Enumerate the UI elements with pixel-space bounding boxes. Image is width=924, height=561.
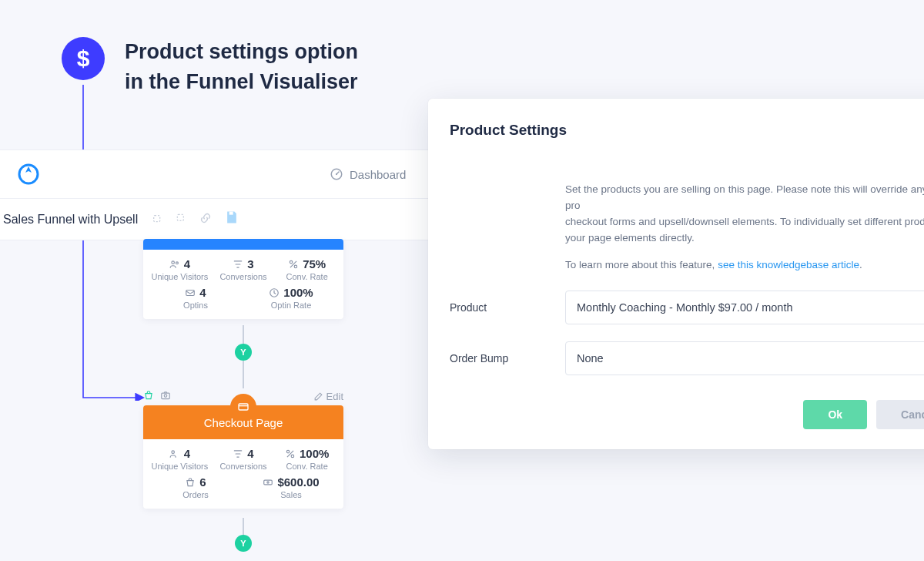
edit-icon: [313, 391, 323, 401]
page-title-line1: Product settings option: [125, 37, 358, 67]
svg-point-15: [172, 450, 175, 453]
cancel-button[interactable]: Cancel: [876, 400, 924, 429]
funnel-step-checkout[interactable]: Edit Checkout Page 4 Unique Visitors 4: [143, 405, 343, 509]
page-title-line2: in the Funnel Visualiser: [125, 67, 358, 97]
filter-icon: [233, 259, 243, 270]
optin-stats-row1: 4 Unique Visitors 3 Conversions 75% Conv…: [143, 250, 343, 286]
brand-logo-icon[interactable]: [17, 163, 40, 186]
cash-icon: [263, 477, 273, 488]
order-bump-select[interactable]: None: [565, 341, 924, 375]
users-icon: [169, 448, 180, 459]
filter-icon: [233, 448, 243, 459]
stat-orders: 6 Orders: [148, 475, 243, 499]
checkout-stats-row1: 4 Unique Visitors 4 Conversions 100% Con…: [143, 439, 343, 475]
stat-conversions: 4 Conversions: [212, 447, 276, 471]
funnel-canvas: 4 Unique Visitors 3 Conversions 75% Conv…: [0, 240, 431, 561]
edit-button[interactable]: Edit: [313, 391, 343, 402]
svg-point-9: [294, 265, 297, 268]
svg-rect-5: [229, 212, 233, 215]
stat-unique-visitors: 4 Unique Visitors: [148, 257, 212, 281]
svg-rect-18: [264, 480, 273, 485]
product-label: Product: [450, 301, 565, 314]
svg-point-16: [286, 450, 290, 453]
svg-rect-10: [186, 290, 195, 295]
svg-rect-12: [162, 393, 170, 399]
connector-yes-node[interactable]: Y: [235, 535, 252, 552]
credit-card-icon: [237, 401, 249, 413]
clock-icon: [269, 287, 280, 298]
link-icon[interactable]: [199, 212, 212, 227]
percent-icon: [285, 448, 296, 459]
svg-point-2: [336, 173, 337, 175]
svg-rect-14: [239, 404, 248, 410]
modal-title: Product Settings: [450, 122, 924, 139]
save-icon[interactable]: [224, 210, 239, 229]
order-bump-label: Order Bump: [450, 352, 565, 364]
svg-point-7: [176, 261, 178, 264]
nav-dashboard-label: Dashboard: [350, 168, 406, 181]
svg-point-19: [267, 481, 269, 482]
percent-icon: [288, 259, 299, 270]
product-row: Product Monthly Coaching - Monthly $97.0…: [450, 291, 924, 324]
order-bump-row: Order Bump None: [450, 341, 924, 375]
funnel-step-optin[interactable]: 4 Unique Visitors 3 Conversions 75% Conv…: [143, 239, 343, 319]
stat-conv-rate: 100% Conv. Rate: [275, 447, 339, 471]
page-header: $ Product settings option in the Funnel …: [62, 37, 358, 97]
svg-rect-4: [178, 214, 184, 220]
optin-header-bar: [143, 239, 343, 250]
stat-sales: $600.00 Sales: [243, 475, 339, 499]
stat-optin-rate: 100% Optin Rate: [243, 286, 339, 310]
page-title: Product settings option in the Funnel Vi…: [125, 37, 358, 97]
modal-description: Set the products you are selling on this…: [450, 182, 924, 274]
svg-point-17: [291, 455, 294, 458]
svg-rect-3: [154, 215, 160, 221]
bag-icon: [185, 477, 196, 488]
stat-unique-visitors: 4 Unique Visitors: [148, 447, 212, 471]
optin-stats-row2: 4 Optins 100% Optin Rate: [143, 286, 343, 319]
stat-conversions: 3 Conversions: [212, 257, 276, 281]
stat-conv-rate: 75% Conv. Rate: [275, 257, 339, 281]
stat-optins: 4 Optins: [148, 286, 243, 310]
dollar-icon: $: [62, 37, 105, 80]
checkout-type-icon: [230, 394, 256, 420]
camera-icon[interactable]: [160, 390, 171, 403]
svg-point-8: [290, 260, 293, 264]
product-settings-icon[interactable]: [143, 390, 154, 403]
svg-point-13: [164, 395, 167, 397]
connector-line: [243, 361, 244, 388]
dollar-glyph: $: [77, 45, 90, 72]
product-settings-modal: Product Settings Set the products you ar…: [428, 99, 924, 449]
product-select[interactable]: Monthly Coaching - Monthly $97.00 / mont…: [565, 291, 924, 324]
funnel-name: Sales Funnel with Upsell: [3, 213, 138, 227]
gauge-icon: [330, 167, 343, 181]
svg-point-6: [172, 260, 175, 264]
checkout-stats-row2: 6 Orders $600.00 Sales: [143, 475, 343, 509]
modal-actions: Ok Cancel: [450, 400, 924, 429]
users-icon: [169, 259, 180, 270]
connector-yes-node[interactable]: Y: [235, 344, 252, 361]
undo-icon[interactable]: [175, 212, 187, 227]
clone-icon[interactable]: [150, 212, 162, 227]
knowledgebase-link[interactable]: see this knowledgebase article: [718, 259, 862, 270]
nav-dashboard[interactable]: Dashboard: [330, 167, 406, 181]
mail-icon: [185, 287, 196, 298]
ok-button[interactable]: Ok: [803, 400, 867, 429]
